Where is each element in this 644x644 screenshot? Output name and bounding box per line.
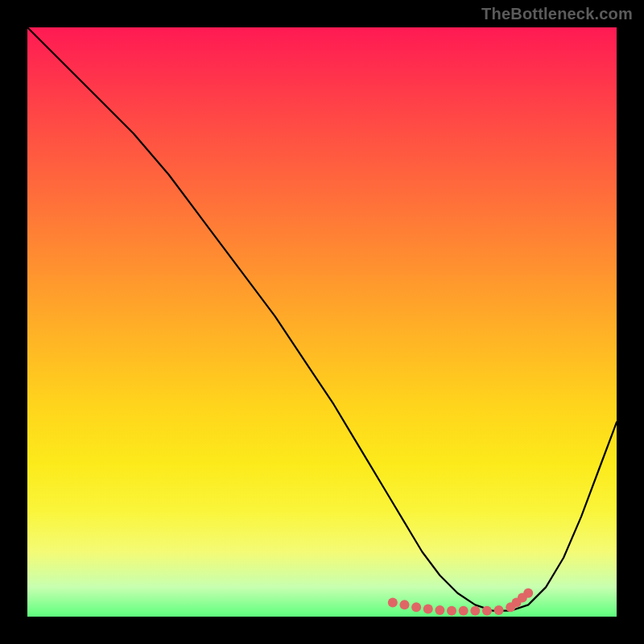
optimal-dot [482, 606, 492, 616]
chart-frame: TheBottleneck.com [0, 0, 644, 644]
optimal-dot [459, 606, 469, 616]
optimal-dot [399, 600, 409, 609]
optimal-dot [435, 605, 444, 615]
optimal-dot [388, 597, 398, 607]
bottleneck-curve-line [27, 27, 617, 611]
optimal-dot [470, 606, 480, 616]
optimal-dot [411, 602, 421, 612]
optimal-dot [447, 606, 456, 616]
plot-area [27, 27, 617, 617]
optimal-band-dots [388, 588, 533, 616]
optimal-dot [494, 605, 504, 615]
optimal-dot [423, 604, 433, 613]
optimal-dot [523, 588, 533, 598]
chart-svg [27, 27, 617, 617]
attribution-label: TheBottleneck.com [481, 5, 633, 23]
